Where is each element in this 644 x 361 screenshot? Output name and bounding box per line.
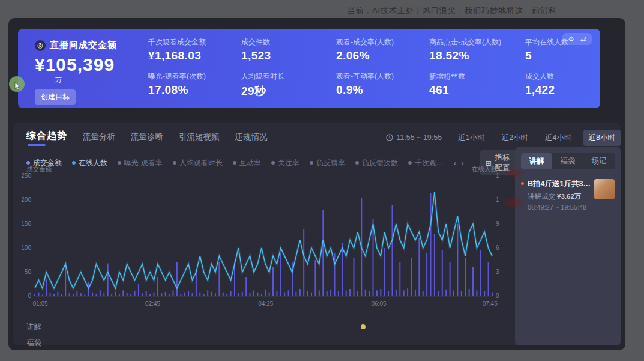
gmv-bar <box>61 294 62 296</box>
kpi-metric: 观看-互动率(人数)0.9% <box>336 71 426 97</box>
x-tick-label: 02:45 <box>145 300 160 307</box>
gmv-bar <box>392 205 393 296</box>
sidebar-tab-福袋[interactable]: 福袋 <box>552 153 583 169</box>
gmv-bar <box>149 294 151 296</box>
tab-流量诊断[interactable]: 流量诊断 <box>131 132 163 146</box>
gmv-bar <box>411 258 412 296</box>
gmv-bar <box>165 292 166 296</box>
explain-gmv-value: ¥3.62万 <box>557 193 581 200</box>
kpi-column: 观看-成交率(人数)2.06%观看-互动率(人数)0.9% <box>336 37 426 97</box>
gmv-bar <box>261 294 262 296</box>
time-filter-近8小时[interactable]: 近8小时 <box>583 130 621 146</box>
trend-chart-canvas[interactable]: 成交金额在线人数0501001502002500369121501:0502:4… <box>16 163 499 311</box>
y-right-axis-title: 在线人数 <box>471 165 498 172</box>
kpi-column: 千次观看成交金额¥1,168.03曝光-观看率(次数)17.08% <box>148 37 238 97</box>
gmv-bar <box>53 294 55 296</box>
gmv-bar <box>369 291 370 296</box>
gmv-bar <box>203 294 205 296</box>
gmv-bar <box>388 291 389 296</box>
gmv-bar <box>418 238 420 296</box>
sidebar-tab-场记[interactable]: 场记 <box>583 153 615 169</box>
tab-综合趋势[interactable]: 综合趋势 <box>26 130 67 146</box>
gmv-bar <box>57 292 58 296</box>
gmv-bar <box>161 293 162 296</box>
gmv-bar <box>442 250 443 296</box>
gmv-bar <box>215 293 216 296</box>
product-title: B拍4斤送1斤共35-4... <box>528 179 591 189</box>
time-filter-近2小时[interactable]: 近2小时 <box>496 130 534 146</box>
gmv-bar <box>376 290 378 296</box>
x-tick-label: 07:45 <box>483 300 498 307</box>
explain-time: 06:49:27 ~ 19:55:48 <box>528 204 591 211</box>
video-artifact <box>504 198 522 207</box>
time-filter-近4小时[interactable]: 近4小时 <box>540 130 577 146</box>
sidebar-list-item[interactable]: B拍4斤送1斤共35-4...讲解成交¥3.62万06:49:27 ~ 19:5… <box>521 179 615 211</box>
tab-引流短视频[interactable]: 引流短视频 <box>179 132 220 146</box>
gmv-bar <box>469 289 470 296</box>
gmv-bar <box>346 290 347 296</box>
gmv-bar <box>303 229 304 296</box>
gmv-bar <box>242 292 243 296</box>
gmv-bar <box>461 291 462 296</box>
gmv-bar <box>327 291 328 296</box>
y-right-tick: 6 <box>496 244 499 251</box>
marker-track <box>35 321 492 332</box>
x-tick-label: 06:05 <box>372 300 387 307</box>
gmv-bar <box>438 291 439 296</box>
kpi-label: 曝光-观看率(次数) <box>148 71 238 82</box>
gmv-bar <box>50 293 51 296</box>
gmv-bar <box>430 193 432 296</box>
gmv-bar <box>127 293 128 296</box>
gmv-bar <box>314 260 316 296</box>
kpi-metric: 曝光-观看率(次数)17.08% <box>148 71 238 97</box>
y-left-tick: 200 <box>21 196 31 203</box>
gmv-bar <box>245 277 247 296</box>
gmv-bar <box>299 289 301 296</box>
gmv-bar <box>96 294 97 296</box>
gmv-bar <box>480 250 481 296</box>
kpi-metric: 成交件数1,523 <box>241 37 331 62</box>
swap-icon[interactable]: ⇄ <box>580 35 586 43</box>
gmv-bar <box>257 293 258 296</box>
gmv-bar <box>69 293 70 296</box>
time-filters: 近1小时近2小时近4小时近8小时 <box>453 130 621 146</box>
banner-actions: ⚙ ⇄ <box>562 33 592 45</box>
y-left-tick: 0 <box>28 293 31 299</box>
gmv-bar <box>284 293 285 296</box>
gmv-bar <box>453 290 454 296</box>
gmv-bar <box>207 290 208 296</box>
gear-icon[interactable]: ⚙ <box>568 35 574 43</box>
gmv-bar <box>457 224 458 296</box>
gmv-bar <box>423 291 424 296</box>
sidebar-tab-讲解[interactable]: 讲解 <box>521 153 552 169</box>
kpi-value: ¥1,168.03 <box>148 49 238 62</box>
gmv-bar <box>384 248 385 296</box>
x-tick-label: 01:05 <box>33 300 48 307</box>
gmv-bar <box>76 291 77 296</box>
gmv-bar <box>403 290 405 296</box>
main-kpi: ◎ 直播间成交金额 ¥105,399 万 创建目标 <box>35 40 117 105</box>
event-dot[interactable] <box>361 324 366 329</box>
gmv-bar <box>115 292 116 296</box>
kpi-metric: 千次观看成交金额¥1,168.03 <box>148 37 238 62</box>
gmv-bar <box>465 258 466 296</box>
gmv-bar <box>295 292 296 296</box>
gmv-bar <box>146 291 147 296</box>
kpi-value: 29秒 <box>241 83 331 99</box>
kpi-metric: 观看-成交率(人数)2.06% <box>336 37 426 62</box>
gmv-bar <box>380 289 381 296</box>
gmv-bar <box>407 288 408 296</box>
time-filter-近1小时[interactable]: 近1小时 <box>453 130 490 146</box>
marker-track <box>35 338 492 348</box>
gmv-bar <box>415 290 416 296</box>
gmv-bar <box>488 262 489 296</box>
gmv-bar <box>122 290 124 296</box>
gmv-bar <box>38 293 39 296</box>
target-icon: ◎ <box>35 40 46 51</box>
tab-违规情况[interactable]: 违规情况 <box>235 132 268 146</box>
gmv-bar <box>100 290 101 296</box>
sidebar-tabs: 讲解福袋场记 <box>521 153 615 169</box>
create-goal-button[interactable]: 创建目标 <box>35 89 76 105</box>
tab-流量分析[interactable]: 流量分析 <box>83 132 115 146</box>
trend-chart-svg: 成交金额在线人数0501001502002500369121501:0502:4… <box>16 163 499 311</box>
